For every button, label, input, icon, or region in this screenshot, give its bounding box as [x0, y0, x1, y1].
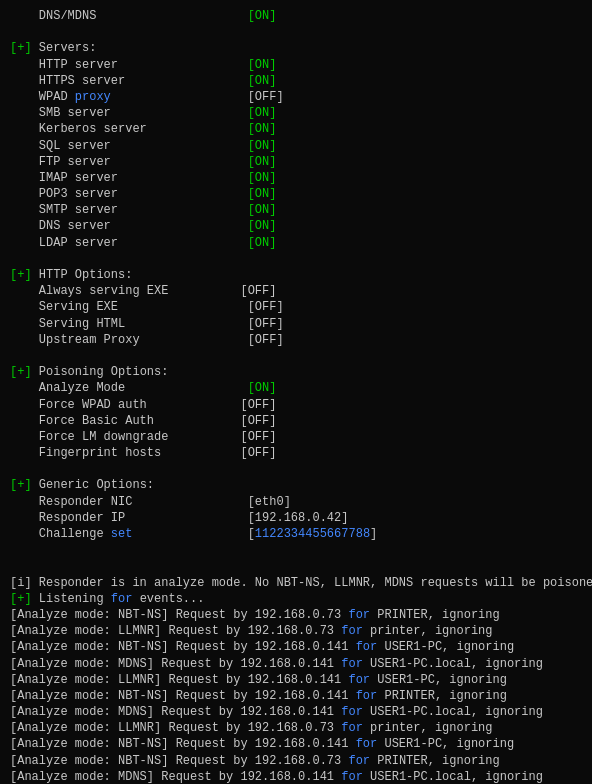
- terminal-line: LDAP server [ON]: [10, 235, 582, 251]
- terminal-line: FTP server [ON]: [10, 154, 582, 170]
- terminal-line: [+] HTTP Options:: [10, 267, 582, 283]
- terminal-line: [10, 542, 582, 558]
- terminal-line: [Analyze mode: MDNS] Request by 192.168.…: [10, 769, 582, 784]
- terminal-line: Responder NIC [eth0]: [10, 494, 582, 510]
- terminal-line: [+] Poisoning Options:: [10, 364, 582, 380]
- terminal-line: [Analyze mode: NBT-NS] Request by 192.16…: [10, 688, 582, 704]
- terminal-line: [10, 348, 582, 364]
- terminal-line: IMAP server [ON]: [10, 170, 582, 186]
- terminal-line: SQL server [ON]: [10, 138, 582, 154]
- terminal-line: [10, 251, 582, 267]
- terminal-line: [+] Generic Options:: [10, 477, 582, 493]
- terminal-line: Challenge set [1122334455667788]: [10, 526, 582, 542]
- terminal-line: WPAD proxy [OFF]: [10, 89, 582, 105]
- terminal-line: DNS/MDNS [ON]: [10, 8, 582, 24]
- terminal-line: [Analyze mode: NBT-NS] Request by 192.16…: [10, 736, 582, 752]
- terminal-line: [+] Listening for events...: [10, 591, 582, 607]
- terminal-line: [10, 461, 582, 477]
- terminal-line: HTTP server [ON]: [10, 57, 582, 73]
- terminal-line: HTTPS server [ON]: [10, 73, 582, 89]
- terminal-line: [10, 24, 582, 40]
- terminal-line: [Analyze mode: NBT-NS] Request by 192.16…: [10, 607, 582, 623]
- terminal-line: [Analyze mode: LLMNR] Request by 192.168…: [10, 720, 582, 736]
- terminal-line: SMB server [ON]: [10, 105, 582, 121]
- terminal-line: [+] Servers:: [10, 40, 582, 56]
- terminal-line: [Analyze mode: MDNS] Request by 192.168.…: [10, 656, 582, 672]
- terminal-line: Force WPAD auth [OFF]: [10, 397, 582, 413]
- terminal-line: [Analyze mode: LLMNR] Request by 192.168…: [10, 672, 582, 688]
- terminal-line: Force LM downgrade [OFF]: [10, 429, 582, 445]
- terminal-container: DNS/MDNS [ON] [+] Servers: HTTP server […: [10, 8, 582, 784]
- terminal-line: [Analyze mode: MDNS] Request by 192.168.…: [10, 704, 582, 720]
- terminal-line: [Analyze mode: LLMNR] Request by 192.168…: [10, 623, 582, 639]
- terminal-line: SMTP server [ON]: [10, 202, 582, 218]
- terminal-line: Serving EXE [OFF]: [10, 299, 582, 315]
- terminal-line: DNS server [ON]: [10, 218, 582, 234]
- terminal-line: Serving HTML [OFF]: [10, 316, 582, 332]
- terminal-line: Analyze Mode [ON]: [10, 380, 582, 396]
- terminal-line: Responder IP [192.168.0.42]: [10, 510, 582, 526]
- terminal-line: Always serving EXE [OFF]: [10, 283, 582, 299]
- terminal-line: POP3 server [ON]: [10, 186, 582, 202]
- terminal-line: [i] Responder is in analyze mode. No NBT…: [10, 575, 582, 591]
- terminal-line: Kerberos server [ON]: [10, 121, 582, 137]
- terminal-line: Upstream Proxy [OFF]: [10, 332, 582, 348]
- terminal-line: [Analyze mode: NBT-NS] Request by 192.16…: [10, 753, 582, 769]
- terminal-line: Force Basic Auth [OFF]: [10, 413, 582, 429]
- terminal-line: [Analyze mode: NBT-NS] Request by 192.16…: [10, 639, 582, 655]
- terminal-line: [10, 558, 582, 574]
- terminal-line: Fingerprint hosts [OFF]: [10, 445, 582, 461]
